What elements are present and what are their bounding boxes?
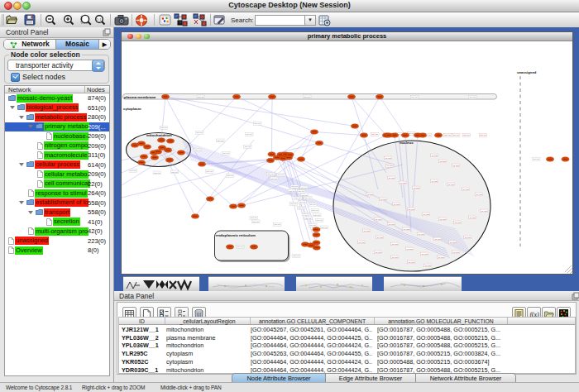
- svg-text:cytoplasm: cytoplasm: [123, 107, 141, 111]
- svg-text:ab 123: ab 123: [435, 237, 442, 239]
- svg-text:ab 123: ab 123: [425, 264, 432, 265]
- svg-text:abc 12: abc 12: [289, 189, 295, 192]
- svg-text:abc 12: abc 12: [372, 133, 379, 136]
- svg-text:abc 12: abc 12: [445, 134, 452, 136]
- svg-text:abc 12: abc 12: [292, 185, 299, 188]
- svg-text:nucleus: nucleus: [400, 140, 414, 144]
- svg-text:abc 12: abc 12: [130, 170, 136, 172]
- svg-text:ab 123: ab 123: [364, 229, 371, 231]
- svg-text:abc 12: abc 12: [218, 139, 224, 141]
- svg-text:1:1: 1:1: [97, 17, 102, 22]
- svg-text:abc 12: abc 12: [278, 174, 285, 176]
- svg-text:abc 12: abc 12: [294, 255, 300, 257]
- svg-text:ab 123: ab 123: [481, 209, 488, 211]
- svg-text:ab 123: ab 123: [385, 156, 392, 158]
- svg-text:ab 123: ab 123: [448, 183, 455, 184]
- svg-text:abc 12: abc 12: [299, 190, 305, 193]
- svg-text:abc 12: abc 12: [223, 152, 230, 155]
- svg-text:abc 12: abc 12: [207, 170, 213, 173]
- svg-text:ab 123: ab 123: [409, 208, 415, 209]
- svg-text:ab 123: ab 123: [394, 203, 400, 204]
- svg-text:ab 123: ab 123: [453, 251, 460, 252]
- svg-text:ab 123: ab 123: [423, 213, 430, 214]
- svg-text:abc 12: abc 12: [275, 223, 281, 226]
- svg-text:abc 12: abc 12: [312, 209, 318, 212]
- svg-text:ab 123: ab 123: [422, 252, 428, 254]
- svg-text:ab 123: ab 123: [404, 227, 410, 229]
- svg-text:abc 12: abc 12: [194, 149, 201, 151]
- svg-text:ab 123: ab 123: [387, 165, 394, 166]
- svg-text:abc 12: abc 12: [303, 213, 309, 215]
- svg-text:ab 123: ab 123: [389, 222, 395, 224]
- svg-text:ab 123: ab 123: [470, 216, 476, 218]
- svg-text:abc 12: abc 12: [480, 134, 486, 136]
- svg-text:ab 123: ab 123: [409, 261, 415, 262]
- svg-text:ab 123: ab 123: [463, 188, 470, 189]
- svg-text:ab 123: ab 123: [359, 241, 366, 242]
- svg-text:ab 123: ab 123: [380, 198, 387, 199]
- svg-text:abc 12: abc 12: [534, 158, 540, 160]
- svg-text:abc 12: abc 12: [154, 171, 160, 174]
- svg-text:abc 12: abc 12: [295, 197, 302, 199]
- svg-text:ab 123: ab 123: [455, 221, 462, 222]
- svg-text:ab 123: ab 123: [414, 186, 420, 188]
- svg-text:ab 123: ab 123: [438, 256, 445, 257]
- svg-text:abc 12: abc 12: [301, 186, 308, 189]
- svg-text:abc 12: abc 12: [227, 174, 234, 177]
- svg-text:abc 12: abc 12: [245, 146, 251, 148]
- svg-text:ab 123: ab 123: [440, 218, 447, 219]
- svg-text:abc 12: abc 12: [299, 207, 305, 209]
- svg-text:abc 12: abc 12: [453, 134, 460, 136]
- svg-text:abc 12: abc 12: [299, 201, 306, 203]
- svg-text:ab 123: ab 123: [419, 232, 425, 234]
- svg-text:abc 12: abc 12: [314, 213, 321, 216]
- svg-text:abc 12: abc 12: [463, 134, 470, 136]
- svg-text:abc 12: abc 12: [268, 173, 275, 175]
- svg-text:abc 12: abc 12: [412, 96, 419, 98]
- svg-text:ab 123: ab 123: [432, 154, 438, 155]
- svg-text:ab 123: ab 123: [389, 176, 395, 178]
- svg-text:ab 123: ab 123: [440, 160, 447, 161]
- svg-text:ab 123: ab 123: [432, 179, 438, 181]
- svg-text:ab 123: ab 123: [476, 193, 483, 194]
- svg-text:mitochondrion: mitochondrion: [146, 133, 172, 137]
- svg-text:ab 123: ab 123: [450, 241, 457, 242]
- svg-text:abc 12: abc 12: [310, 224, 317, 227]
- svg-text:abc 12: abc 12: [305, 197, 312, 199]
- svg-text:abc 12: abc 12: [198, 95, 204, 98]
- svg-text:abc 12: abc 12: [304, 95, 311, 98]
- svg-text:abc 12: abc 12: [197, 131, 203, 134]
- svg-text:ab 123: ab 123: [407, 247, 414, 249]
- svg-text:ab 123: ab 123: [392, 242, 399, 244]
- svg-text:ab 123: ab 123: [453, 164, 460, 165]
- svg-text:abc 12: abc 12: [470, 96, 476, 98]
- svg-text:ab 123: ab 123: [367, 193, 374, 194]
- svg-text:abc 12: abc 12: [255, 122, 261, 125]
- svg-text:ab 123: ab 123: [376, 218, 382, 219]
- svg-text:abc 12: abc 12: [305, 217, 312, 219]
- svg-text:abc 12: abc 12: [160, 127, 167, 129]
- svg-text:ab 123: ab 123: [465, 236, 471, 237]
- svg-text:abc 12: abc 12: [237, 246, 244, 248]
- svg-text:abc 12: abc 12: [321, 226, 328, 228]
- svg-text:plasma membrane: plasma membrane: [124, 94, 156, 98]
- svg-text:abc 12: abc 12: [317, 219, 323, 222]
- svg-text:abc 12: abc 12: [290, 203, 297, 205]
- svg-text:ab 123: ab 123: [392, 256, 399, 257]
- svg-text:abc 12: abc 12: [310, 203, 317, 206]
- svg-text:abc 12: abc 12: [253, 220, 260, 222]
- svg-text:ab 123: ab 123: [377, 236, 384, 237]
- svg-text:abc 12: abc 12: [271, 177, 278, 179]
- svg-text:endoplasmic reticulum: endoplasmic reticulum: [216, 233, 256, 237]
- svg-text:abc 12: abc 12: [251, 217, 257, 219]
- svg-text:abc 12: abc 12: [246, 133, 253, 136]
- svg-text:unassigned: unassigned: [517, 70, 537, 74]
- svg-text:ab 123: ab 123: [400, 181, 407, 183]
- svg-text:ab 123: ab 123: [376, 251, 382, 252]
- svg-text:abc 12: abc 12: [171, 170, 178, 173]
